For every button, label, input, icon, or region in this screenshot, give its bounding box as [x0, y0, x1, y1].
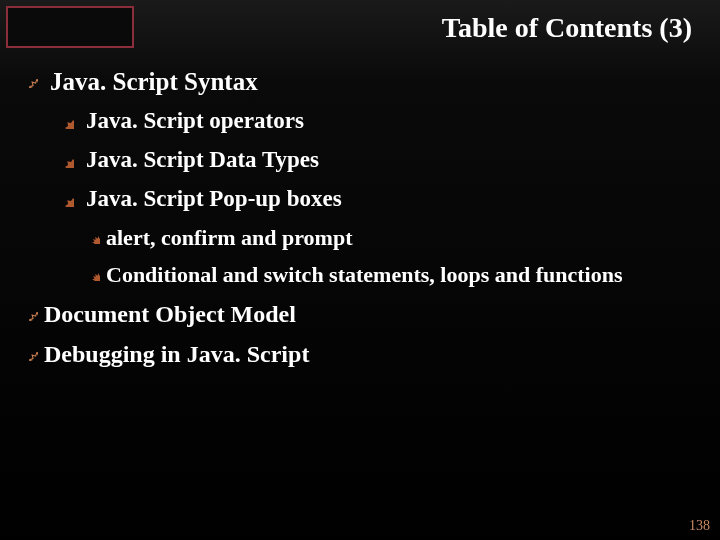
item-label: Java. Script Data Types	[86, 146, 319, 175]
page-number: 138	[689, 518, 710, 534]
list-item: Java. Script Pop-up boxes	[56, 185, 700, 214]
page-title: Table of Contents (3)	[442, 12, 692, 44]
item-label: Java. Script Syntax	[50, 66, 258, 97]
logo-box	[6, 6, 134, 48]
item-label: alert, confirm and prompt	[106, 224, 352, 252]
list-item: Debugging in Java. Script	[20, 339, 700, 369]
starburst-outline-icon	[20, 343, 38, 361]
list-item: Java. Script Syntax	[20, 66, 700, 97]
item-label: Java. Script Pop-up boxes	[86, 185, 342, 214]
starburst-solid-icon	[84, 228, 100, 244]
starburst-outline-icon	[20, 70, 38, 88]
item-label: Document Object Model	[44, 299, 296, 329]
star-solid-icon	[56, 111, 74, 129]
list-item: Java. Script operators	[56, 107, 700, 136]
list-item: Document Object Model	[20, 299, 700, 329]
list-item: Conditional and switch statements, loops…	[84, 261, 700, 289]
starburst-outline-icon	[20, 303, 38, 321]
list-item: Java. Script Data Types	[56, 146, 700, 175]
starburst-solid-icon	[84, 265, 100, 281]
content-list: Java. Script Syntax Java. Script operato…	[0, 66, 720, 379]
star-solid-icon	[56, 150, 74, 168]
item-label: Java. Script operators	[86, 107, 304, 136]
list-item: alert, confirm and prompt	[84, 224, 700, 252]
star-solid-icon	[56, 189, 74, 207]
item-label: Conditional and switch statements, loops…	[106, 261, 622, 289]
item-label: Debugging in Java. Script	[44, 339, 309, 369]
